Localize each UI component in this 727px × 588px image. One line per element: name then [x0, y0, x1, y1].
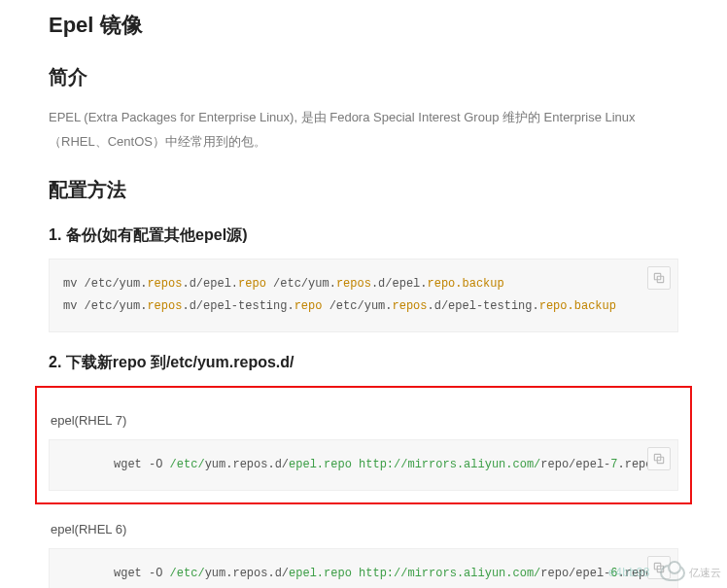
code-seg: repos: [336, 277, 371, 291]
code-seg: mv /etc/yum.: [63, 299, 147, 313]
step1-heading: 1. 备份(如有配置其他epel源): [49, 223, 678, 248]
page-title: Epel 镜像: [49, 8, 678, 42]
code-seg: /etc/yum.: [266, 277, 336, 291]
copy-icon: [652, 452, 666, 466]
page-container: Epel 镜像 简介 EPEL (Extra Packages for Ente…: [0, 0, 727, 588]
code-seg: yum.repos.d/: [205, 458, 289, 471]
code-seg: repo.backup: [428, 277, 504, 291]
step1-code-wrap: mv /etc/yum.repos.d/epel.repo /etc/yum.r…: [49, 259, 678, 332]
epel6-code-wrap: wget -O /etc/yum.repos.d/epel.repo http:…: [49, 548, 678, 588]
epel7-code-wrap: wget -O /etc/yum.repos.d/epel.repo http:…: [49, 439, 678, 491]
copy-icon: [652, 561, 666, 574]
code-seg: .d/epel.: [371, 277, 428, 291]
step2-heading: 2. 下载新repo 到/etc/yum.repos.d/: [49, 350, 678, 375]
code-seg: 7: [610, 458, 617, 471]
copy-button[interactable]: [647, 556, 671, 579]
intro-heading: 简介: [49, 61, 678, 92]
code-seg: /etc/: [170, 458, 205, 471]
code-seg: repos: [392, 299, 427, 313]
code-seg: 6: [610, 567, 617, 580]
copy-button[interactable]: [647, 447, 671, 470]
intro-paragraph: EPEL (Extra Packages for Enterprise Linu…: [49, 106, 678, 154]
code-seg: yum.repos.d/: [205, 567, 289, 580]
step1-code-block: mv /etc/yum.repos.d/epel.repo /etc/yum.r…: [49, 259, 678, 332]
code-seg: epel.repo http://mirrors.aliyun.com/: [289, 567, 540, 580]
epel7-label: epel(RHEL 7): [51, 411, 678, 432]
epel7-highlight-box: epel(RHEL 7) wget -O /etc/yum.repos.d/ep…: [35, 386, 692, 504]
document-body: Epel 镜像 简介 EPEL (Extra Packages for Ente…: [0, 8, 727, 588]
epel7-code-block: wget -O /etc/yum.repos.d/epel.repo http:…: [49, 439, 678, 491]
code-seg: .d/epel-testing.: [428, 299, 539, 313]
code-seg: wget -O: [114, 567, 170, 580]
copy-icon: [652, 271, 666, 285]
code-seg: mv /etc/yum.: [63, 277, 147, 291]
code-seg: epel.repo http://mirrors.aliyun.com/: [289, 458, 540, 471]
code-seg: repos: [147, 277, 182, 291]
epel6-code-block: wget -O /etc/yum.repos.d/epel.repo http:…: [49, 548, 678, 588]
code-seg: repo/epel-: [540, 567, 610, 580]
code-seg: .d/epel-testing.: [182, 299, 294, 313]
config-heading: 配置方法: [49, 174, 678, 205]
copy-button[interactable]: [647, 266, 671, 290]
code-seg: repo: [294, 299, 323, 313]
code-seg: /etc/yum.: [322, 299, 392, 313]
code-seg: repos: [147, 299, 182, 313]
code-seg: repo.backup: [539, 299, 616, 313]
code-seg: repo/epel-: [540, 458, 610, 471]
code-seg: repo: [238, 277, 266, 291]
code-seg: /etc/: [170, 567, 205, 580]
epel6-label: epel(RHEL 6): [51, 520, 678, 540]
code-seg: .d/epel.: [182, 277, 238, 291]
code-seg: wget -O: [114, 458, 170, 471]
